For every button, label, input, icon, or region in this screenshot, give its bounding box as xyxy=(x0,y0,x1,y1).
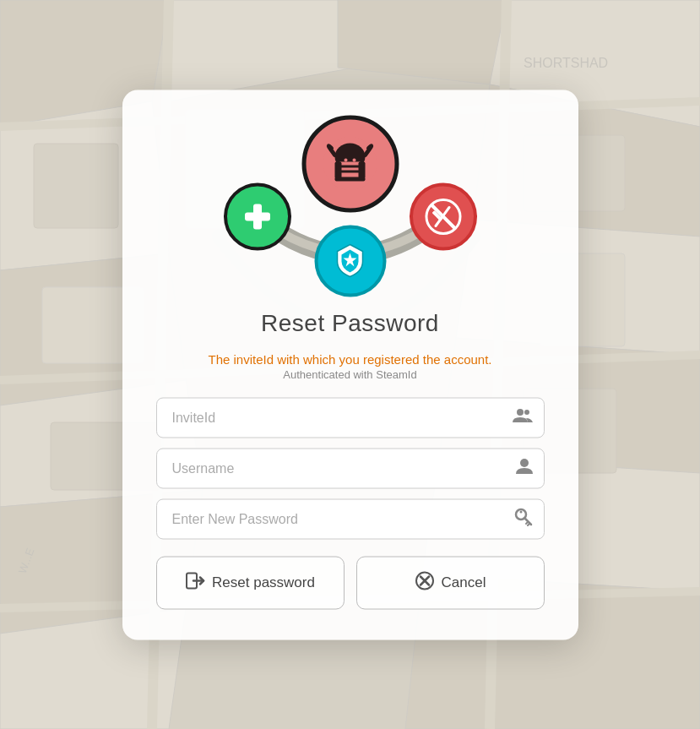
svg-rect-35 xyxy=(339,171,362,173)
cancel-button-label: Cancel xyxy=(442,574,486,591)
user-group-icon xyxy=(513,407,533,428)
login-icon xyxy=(185,570,205,595)
shield-icon xyxy=(314,225,386,296)
svg-point-49 xyxy=(524,410,529,415)
invite-message: The inviteId with which you registered t… xyxy=(208,351,491,366)
svg-rect-38 xyxy=(335,177,366,182)
cancel-button[interactable]: Cancel xyxy=(356,556,545,609)
user-icon xyxy=(516,457,533,480)
svg-point-50 xyxy=(520,459,529,467)
password-field-group xyxy=(156,498,545,539)
cancel-circle-icon xyxy=(415,570,435,595)
reset-button-label: Reset password xyxy=(212,574,315,591)
svg-point-48 xyxy=(517,409,524,416)
username-field-group xyxy=(156,448,545,488)
reset-password-button[interactable]: Reset password xyxy=(156,556,345,609)
svg-rect-42 xyxy=(245,212,270,220)
health-plus-icon xyxy=(224,182,291,250)
svg-point-55 xyxy=(519,510,522,513)
helmet-icon xyxy=(301,115,399,212)
reset-password-modal: Reset Password The inviteId with which y… xyxy=(122,90,578,639)
sword-icon xyxy=(410,182,477,250)
svg-point-40 xyxy=(353,159,356,162)
steam-message: Authenticated with SteamId xyxy=(283,367,416,380)
inviteid-input[interactable] xyxy=(156,397,545,438)
svg-rect-36 xyxy=(335,162,342,179)
key-icon xyxy=(514,508,533,530)
svg-rect-34 xyxy=(339,166,362,168)
username-input[interactable] xyxy=(156,448,545,488)
password-input[interactable] xyxy=(156,498,545,539)
icon-area xyxy=(207,115,494,301)
inviteid-field-group xyxy=(156,397,545,438)
svg-line-54 xyxy=(528,524,529,525)
svg-line-53 xyxy=(526,522,528,524)
page-title: Reset Password xyxy=(261,309,439,336)
button-row: Reset password Cancel xyxy=(156,556,545,609)
svg-rect-37 xyxy=(359,162,366,179)
svg-point-39 xyxy=(345,159,348,162)
